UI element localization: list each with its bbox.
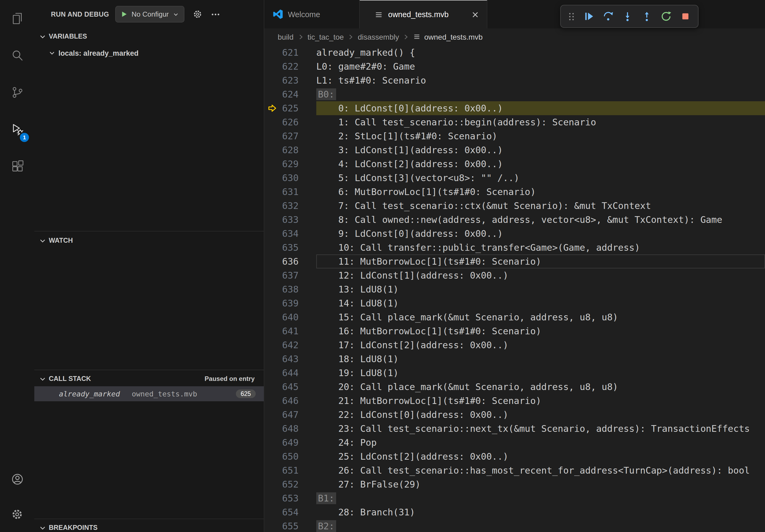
code-line-633[interactable]: 633 8: Call owned::new(address, address,… [264, 213, 765, 227]
code-line-653[interactable]: 653B1: [264, 491, 765, 505]
line-number: 629 [280, 157, 299, 171]
tab-label: owned_tests.mvb [388, 10, 449, 19]
code-line-643[interactable]: 643 18: LdU8(1) [264, 352, 765, 366]
config-label: No Configur [132, 10, 169, 18]
code-line-625[interactable]: 625 0: LdConst[0](address: 0x00..) [264, 101, 765, 115]
step-into-button[interactable] [619, 8, 635, 24]
gutter-glyph [264, 324, 280, 338]
code-line-642[interactable]: 642 17: LdConst[2](address: 0x00..) [264, 338, 765, 352]
line-text: 8: Call owned::new(address, address, vec… [316, 213, 765, 227]
code-line-626[interactable]: 626 1: Call test_scenario::begin(address… [264, 115, 765, 129]
search-icon[interactable] [0, 37, 34, 74]
scope-label: locals: already_marked [58, 49, 139, 57]
line-text: 13: LdU8(1) [316, 282, 765, 296]
settings-gear-icon[interactable] [0, 497, 34, 532]
code-line-648[interactable]: 648 23: Call test_scenario::next_tx(&mut… [264, 421, 765, 435]
line-text: 5: LdConst[3](vector<u8>: "" /..) [316, 171, 765, 185]
gutter-glyph [264, 60, 280, 73]
call-stack-section-header[interactable]: CALL STACK Paused on entry [34, 372, 264, 386]
close-tab-icon[interactable] [471, 10, 479, 19]
code-line-624[interactable]: 624B0: [264, 87, 765, 101]
line-number: 635 [280, 241, 299, 254]
line-text: 23: Call test_scenario::next_tx(&mut Sce… [316, 421, 765, 435]
line-number: 640 [280, 310, 299, 324]
explorer-icon[interactable] [0, 0, 34, 37]
code-line-622[interactable]: 622L0: game#2#0: Game [264, 60, 765, 73]
more-actions-icon[interactable] [211, 9, 220, 19]
line-number: 626 [280, 115, 299, 129]
extensions-icon[interactable] [0, 148, 34, 185]
watch-section-header[interactable]: WATCH [34, 234, 264, 247]
line-text: 2: StLoc[1](ts#1#0: Scenario) [316, 129, 765, 143]
line-text: 19: LdU8(1) [316, 366, 765, 380]
code-line-632[interactable]: 632 7: Call test_scenario::ctx(&mut Scen… [264, 199, 765, 213]
variables-scope-row[interactable]: locals: already_marked [34, 46, 264, 60]
run-and-debug-icon[interactable]: 1 [0, 111, 34, 148]
code-line-636[interactable]: 636 11: MutBorrowLoc[1](ts#1#0: Scenario… [264, 254, 765, 268]
code-line-635[interactable]: 635 10: Call transfer::public_transfer<G… [264, 241, 765, 254]
continue-button[interactable] [581, 8, 597, 24]
source-control-icon[interactable] [0, 74, 34, 111]
code-line-631[interactable]: 631 6: MutBorrowLoc[1](ts#1#0: Scenario) [264, 185, 765, 199]
divider [34, 519, 264, 519]
breadcrumb-item[interactable]: tic_tac_toe [308, 32, 344, 41]
stop-button[interactable] [677, 8, 693, 24]
code-line-652[interactable]: 652 27: BrFalse(29) [264, 477, 765, 491]
code-line-621[interactable]: 621already_marked() { [264, 46, 765, 60]
tab-welcome[interactable]: Welcome [264, 0, 360, 28]
code-line-641[interactable]: 641 16: MutBorrowLoc[1](ts#1#0: Scenario… [264, 324, 765, 338]
breadcrumb-item[interactable]: build [278, 32, 294, 41]
line-text: 10: Call transfer::public_transfer<Game>… [316, 241, 765, 254]
code-line-638[interactable]: 638 13: LdU8(1) [264, 282, 765, 296]
step-out-button[interactable] [638, 8, 655, 24]
variables-section-header[interactable]: VARIABLES [34, 30, 264, 43]
code-line-628[interactable]: 628 3: LdConst[1](address: 0x00..) [264, 143, 765, 157]
code-line-655[interactable]: 655B2: [264, 519, 765, 532]
debug-settings-gear-icon[interactable] [193, 9, 203, 19]
gutter-glyph [264, 46, 280, 60]
code-line-647[interactable]: 647 22: LdConst[0](address: 0x00..) [264, 408, 765, 421]
gutter-glyph [264, 227, 280, 241]
tab-owned-tests[interactable]: owned_tests.mvb [360, 0, 487, 28]
sidebar-title: RUN AND DEBUG [51, 10, 109, 18]
call-stack-frame[interactable]: already_marked owned_tests.mvb 625 [34, 386, 264, 401]
line-text: 12: LdConst[1](address: 0x00..) [316, 268, 765, 282]
code-line-654[interactable]: 654 28: Branch(31) [264, 505, 765, 519]
code-line-634[interactable]: 634 9: LdConst[0](address: 0x00..) [264, 227, 765, 241]
code-line-649[interactable]: 649 24: Pop [264, 435, 765, 449]
line-number: 625 [280, 101, 299, 115]
gutter-glyph [264, 491, 280, 505]
gutter-glyph [264, 254, 280, 268]
code-line-645[interactable]: 645 20: Call place_mark(&mut Scenario, a… [264, 380, 765, 394]
drag-handle-icon[interactable] [565, 8, 577, 24]
step-over-button[interactable] [600, 8, 616, 24]
breadcrumb-item[interactable]: owned_tests.mvb [413, 32, 483, 41]
debug-config-dropdown[interactable]: No Configur [116, 6, 184, 23]
code-line-650[interactable]: 650 25: LdConst[2](address: 0x00..) [264, 449, 765, 463]
gutter-glyph [264, 185, 280, 199]
code-line-639[interactable]: 639 14: LdU8(1) [264, 296, 765, 310]
restart-button[interactable] [658, 8, 674, 24]
line-number: 639 [280, 296, 299, 310]
gutter-glyph [264, 129, 280, 143]
line-number: 654 [280, 505, 299, 519]
account-icon[interactable] [0, 461, 34, 497]
code-line-646[interactable]: 646 21: MutBorrowLoc[1](ts#1#0: Scenario… [264, 394, 765, 408]
code-line-623[interactable]: 623L1: ts#1#0: Scenario [264, 73, 765, 87]
gutter-glyph [264, 199, 280, 213]
code-line-629[interactable]: 629 4: LdConst[2](address: 0x00..) [264, 157, 765, 171]
code-line-651[interactable]: 651 26: Call test_scenario::has_most_rec… [264, 463, 765, 477]
code-line-637[interactable]: 637 12: LdConst[1](address: 0x00..) [264, 268, 765, 282]
gutter-glyph [264, 143, 280, 157]
block-label: B2: [316, 520, 336, 532]
code-line-630[interactable]: 630 5: LdConst[3](vector<u8>: "" /..) [264, 171, 765, 185]
code-line-627[interactable]: 627 2: StLoc[1](ts#1#0: Scenario) [264, 129, 765, 143]
line-number: 638 [280, 282, 299, 296]
breakpoints-section-header[interactable]: BREAKPOINTS [34, 521, 264, 532]
code-line-640[interactable]: 640 15: Call place_mark(&mut Scenario, a… [264, 310, 765, 324]
frame-line-badge: 625 [236, 390, 256, 398]
breadcrumb-item[interactable]: disassembly [358, 32, 399, 41]
code-line-644[interactable]: 644 19: LdU8(1) [264, 366, 765, 380]
code-editor[interactable]: 621already_marked() {622L0: game#2#0: Ga… [264, 45, 765, 532]
line-number: 653 [280, 491, 299, 505]
